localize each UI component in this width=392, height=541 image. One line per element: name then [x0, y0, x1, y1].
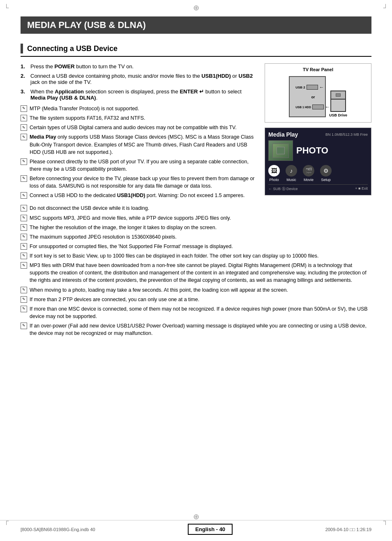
- note-icon: [21, 115, 27, 121]
- mp-icon-setup[interactable]: ⚙ Setup: [320, 165, 332, 182]
- note-icon: [21, 323, 27, 329]
- footer: [8000-SA]BN68-01988G-Eng.indb 40 English…: [0, 520, 392, 535]
- mp-icon-photo-circle: 🖼: [268, 165, 280, 176]
- numbered-steps: 1. Press the POWER button to turn the TV…: [21, 63, 256, 101]
- note-text: When moving to a photo, loading may take…: [30, 286, 288, 294]
- note-item: Do not disconnect the USB device while i…: [21, 204, 371, 212]
- footer-page-number: English - 40: [188, 524, 233, 535]
- note-text: Certain types of USB Digital camera and …: [30, 124, 237, 131]
- note-item: If more than 2 PTP devices are connected…: [21, 296, 371, 303]
- note-text: The higher the resolution of the image, …: [30, 224, 217, 231]
- tv-panel-title: TV Rear Panel: [268, 67, 368, 72]
- footer-left: [8000-SA]BN68-01988G-Eng.indb 40: [21, 527, 95, 532]
- note-item: Media Play only supports USB Mass Storag…: [21, 133, 256, 156]
- mp-bottom-right: + ■ Exit: [355, 186, 368, 192]
- note-icon: [21, 215, 27, 221]
- mp-icon-movie-label: Movie: [304, 178, 314, 182]
- mp-icon-movie[interactable]: 🎬 Movie: [303, 165, 314, 182]
- note-text: The maximum supported JPEG resolution is…: [30, 233, 177, 241]
- note-item: MP3 files with DRM that have been downlo…: [21, 262, 371, 284]
- section-heading-text: Connecting a USB Device: [27, 44, 118, 53]
- usb-drive-label: USB Drive: [329, 113, 347, 117]
- mp-photo-label: PHOTO: [296, 145, 328, 156]
- note-item: If sort key is set to Basic View, up to …: [21, 252, 371, 260]
- note-item: Please connect directly to the USB port …: [21, 158, 256, 173]
- note-text: Do not disconnect the USB device while i…: [30, 204, 149, 212]
- step-3-num: 3.: [21, 88, 28, 101]
- step-3: 3. When the Application selection screen…: [21, 88, 256, 101]
- mp-header: Media Play BN 1.0MB/512.3 MB Free: [268, 131, 368, 138]
- mp-photo-thumb: [268, 140, 293, 161]
- step-1: 1. Press the POWER button to turn the TV…: [21, 63, 256, 70]
- image-area: TV Rear Panel USB 2 ← or: [265, 63, 371, 201]
- mp-bottom-left: ← SUB ⓑ Device: [268, 186, 298, 192]
- note-icon: [21, 234, 27, 240]
- note-icon: [21, 296, 27, 303]
- step-1-text: Press the POWER button to turn the TV on…: [30, 63, 256, 70]
- note-icon: [21, 224, 27, 231]
- note-text: Before connecting your device to the TV,…: [30, 175, 256, 190]
- page-title: MEDIA PLAY (USB & DLNA): [21, 16, 371, 34]
- step-2: 2. Connect a USB device containing photo…: [21, 73, 256, 85]
- mp-icon-setup-label: Setup: [321, 178, 331, 182]
- note-icon: [21, 205, 27, 211]
- note-text: The file system supports FAT16, FAT32 an…: [30, 114, 145, 122]
- mp-app-title: Media Play: [268, 131, 298, 138]
- crosshair-top: ⊕: [193, 3, 199, 12]
- step-2-text: Connect a USB device containing photo, m…: [30, 73, 256, 85]
- note-icon: [21, 306, 27, 312]
- note-icon: [21, 287, 27, 293]
- note-text: MP3 files with DRM that have been downlo…: [30, 262, 371, 284]
- note-item: The maximum supported JPEG resolution is…: [21, 233, 371, 241]
- note-text: For unsupported or corrupted files, the …: [30, 243, 233, 250]
- mp-icon-setup-circle: ⚙: [320, 165, 332, 176]
- corner-tr: ┘: [383, 4, 388, 12]
- note-icon: [21, 134, 27, 140]
- tv-panel-box: TV Rear Panel USB 2 ← or: [265, 63, 371, 123]
- footer-right: 2009-04-10 □□ 1:26:19: [325, 527, 371, 532]
- mp-bottom-bar: ← SUB ⓑ Device + ■ Exit: [268, 184, 368, 192]
- note-item: MSC supports MP3, JPEG and movie files, …: [21, 214, 371, 222]
- page-container: └ ┘ ⊕ MEDIA PLAY (USB & DLNA) Connecting…: [0, 0, 392, 541]
- text-area: 1. Press the POWER button to turn the TV…: [21, 63, 256, 201]
- note-item: If an over-power (Fail add new device US…: [21, 322, 371, 337]
- corner-tl: └: [4, 4, 9, 12]
- note-icon: [21, 158, 27, 165]
- full-note-list: Do not disconnect the USB device while i…: [21, 204, 371, 337]
- main-content: 1. Press the POWER button to turn the TV…: [21, 63, 371, 201]
- note-item: The higher the resolution of the image, …: [21, 224, 371, 231]
- note-icon: [21, 253, 27, 259]
- mp-photo-area: PHOTO: [268, 140, 368, 161]
- mp-icon-music[interactable]: ♪ Music: [286, 165, 297, 182]
- note-text: If more than one MSC device is connected…: [30, 305, 371, 320]
- note-text: Media Play only supports USB Mass Storag…: [30, 133, 256, 156]
- media-play-screenshot: Media Play BN 1.0MB/512.3 MB Free PHOTO …: [265, 128, 371, 195]
- note-text: Please connect directly to the USB port …: [30, 158, 256, 173]
- step-2-num: 2.: [21, 73, 28, 85]
- mp-icon-music-circle: ♪: [286, 165, 297, 176]
- step-1-num: 1.: [21, 63, 28, 70]
- step-3-text: When the Application selection screen is…: [30, 88, 256, 101]
- note-list-col: MTP (Media Transfer Protocol) is not sup…: [21, 105, 256, 199]
- note-icon: [21, 262, 27, 269]
- section-heading-bar: [21, 44, 23, 53]
- note-icon: [21, 243, 27, 250]
- note-text: MSC supports MP3, JPEG and movie files, …: [30, 214, 231, 222]
- mp-storage: BN 1.0MB/512.3 MB Free: [325, 132, 368, 137]
- note-item: When moving to a photo, loading may take…: [21, 286, 371, 294]
- note-text: MTP (Media Transfer Protocol) is not sup…: [30, 105, 139, 112]
- mp-icon-photo[interactable]: 🖼 Photo: [268, 165, 280, 182]
- mp-icons-row: 🖼 Photo ♪ Music 🎬 Movie ⚙ Setup: [268, 165, 368, 182]
- mp-icon-photo-label: Photo: [269, 178, 279, 182]
- or-text: or: [296, 95, 330, 99]
- note-icon: [21, 105, 27, 112]
- note-item: Before connecting your device to the TV,…: [21, 175, 256, 190]
- note-item: For unsupported or corrupted files, the …: [21, 243, 371, 250]
- note-icon: [21, 124, 27, 131]
- mp-icon-music-label: Music: [286, 178, 296, 182]
- note-item: Certain types of USB Digital camera and …: [21, 124, 256, 131]
- mp-icon-movie-circle: 🎬: [303, 165, 314, 176]
- note-item: The file system supports FAT16, FAT32 an…: [21, 114, 256, 122]
- note-text: If sort key is set to Basic View, up to …: [30, 252, 318, 260]
- note-icon: [21, 192, 27, 199]
